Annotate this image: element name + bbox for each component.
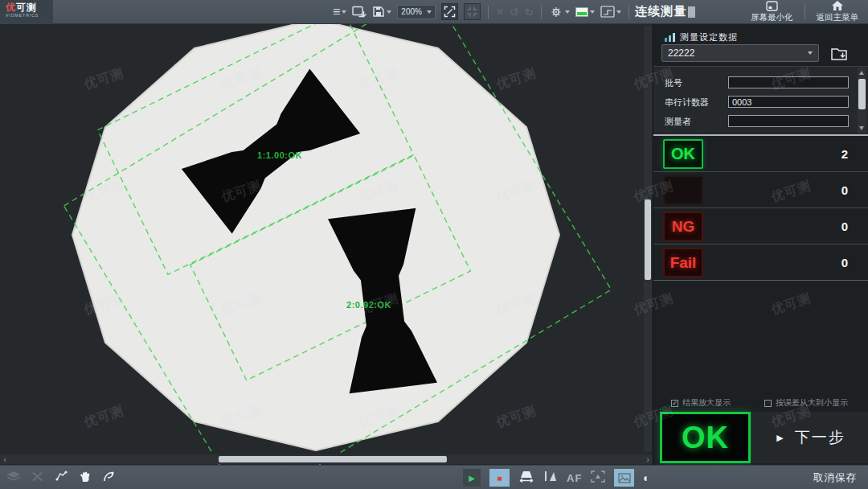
scale-ratio-button[interactable] — [600, 3, 621, 21]
text-cursor — [688, 6, 695, 18]
ng-status-badge: NG — [663, 212, 703, 241]
lasso-tool-button[interactable] — [102, 471, 115, 486]
chevron-down-icon — [427, 10, 432, 14]
home-icon — [831, 0, 844, 11]
vertical-scrollbar-thumb[interactable] — [645, 199, 651, 280]
menu-button[interactable]: ≡ — [333, 3, 346, 21]
minimize-screen-label: 屏幕最小化 — [751, 12, 793, 23]
measurement-panel: 测量设定数据 22222 批号 串行计数器 测量者 — [653, 24, 868, 465]
ng-count-value: 0 — [841, 220, 848, 233]
measure-result-label-1: 1:1.00:OK — [257, 150, 302, 160]
scale-ratio-icon — [600, 6, 615, 18]
vertical-scrollbar[interactable] — [644, 26, 652, 452]
save-button[interactable] — [372, 3, 391, 21]
zoom-level-value: 200% — [401, 7, 422, 16]
zoom-result-checkbox-label: 结果放大显示 — [682, 397, 731, 409]
ok-status-badge: OK — [663, 139, 703, 169]
form-scrollbar-thumb[interactable] — [858, 79, 866, 109]
batch-number-input[interactable] — [728, 76, 849, 88]
illumination-button[interactable] — [549, 3, 570, 21]
chevron-down-icon — [808, 51, 813, 55]
fail-status-badge: Fail — [663, 248, 703, 277]
blank-count-value: 0 — [841, 183, 848, 197]
display-mode-button[interactable] — [575, 3, 595, 21]
layers-icon — [6, 471, 21, 482]
form-row-serial: 串行计数器 — [653, 94, 868, 110]
zoom-result-checkbox[interactable]: ✓ 结果放大显示 — [671, 397, 731, 409]
scroll-down-arrow-icon[interactable] — [859, 126, 864, 130]
operator-input[interactable] — [728, 115, 849, 127]
minimize-screen-button[interactable]: 屏幕最小化 — [751, 1, 793, 23]
image-overlay-icon — [618, 473, 631, 483]
overall-result-ok-button[interactable]: OK — [660, 412, 751, 463]
topbar-right-actions: 屏幕最小化 返回主菜单 — [751, 0, 868, 23]
checkbox-icon[interactable]: ✓ — [671, 400, 678, 407]
chevron-down-icon — [387, 10, 391, 14]
illumination-icon — [549, 6, 563, 18]
hand-tool-button[interactable] — [79, 471, 92, 486]
mode-title: 连续测量 — [635, 4, 686, 19]
toolbar-separator — [541, 6, 542, 18]
program-select-value: 22222 — [668, 47, 694, 59]
chevron-down-icon — [565, 10, 570, 14]
auto-focus-button[interactable]: AF — [567, 472, 582, 484]
scroll-left-arrow-icon[interactable]: ‹ — [0, 454, 10, 464]
ok-count-value: 2 — [841, 147, 848, 161]
chevron-down-icon — [590, 10, 595, 14]
image-overlay-button[interactable] — [614, 469, 634, 487]
scroll-right-arrow-icon[interactable]: › — [643, 454, 653, 464]
form-row-operator: 测量者 — [653, 113, 868, 129]
horizontal-scrollbar-thumb[interactable] — [219, 456, 447, 462]
top-toolbar: 优可测 VIOMETRICS ≡ — [0, 0, 868, 24]
cut-cross-icon — [31, 471, 43, 482]
sort-by-error-checkbox[interactable]: 按误差从大到小显示 — [764, 397, 848, 409]
scroll-up-arrow-icon[interactable] — [859, 71, 864, 75]
play-icon: ▶ — [469, 474, 475, 483]
panel-header-title: 测量设定数据 — [680, 31, 738, 43]
edge-detect-button[interactable] — [518, 470, 534, 486]
open-program-button[interactable] — [827, 44, 851, 62]
redo-icon: ↻ — [524, 6, 534, 18]
app-logo-title: 优可测 — [6, 2, 53, 13]
serial-counter-label: 串行计数器 — [665, 97, 709, 109]
hamburger-icon: ≡ — [333, 6, 340, 18]
counter-row-blank: 0 — [653, 172, 868, 208]
cut-tool-button[interactable] — [31, 471, 43, 485]
capture-window-icon — [352, 6, 366, 18]
auto-trace-tool-button[interactable] — [54, 471, 68, 485]
undo-button[interactable]: ↺ — [510, 3, 519, 21]
auto-focus-region-button[interactable] — [591, 471, 605, 486]
capture-image-button[interactable] — [352, 3, 366, 21]
counter-row-fail: Fail 0 — [653, 244, 868, 281]
layers-tool-button[interactable] — [6, 471, 21, 485]
height-measure-button[interactable] — [543, 471, 558, 485]
app-window: 优可测 VIOMETRICS ≡ — [0, 0, 868, 489]
toolbar-separator — [488, 6, 489, 18]
stop-measure-button[interactable]: ■ — [489, 469, 510, 487]
toolbar-buttons: ≡ 200% — [333, 0, 631, 24]
program-select[interactable]: 22222 — [661, 44, 819, 62]
operator-label: 测量者 — [665, 116, 691, 128]
cancel-save-button[interactable]: 取消保存 — [813, 471, 857, 485]
redo-button[interactable]: ↻ — [524, 3, 534, 21]
next-step-button[interactable]: ▶ 下一步 — [753, 412, 868, 463]
next-step-label: 下一步 — [795, 427, 845, 448]
fullscreen-button[interactable] — [441, 3, 458, 20]
close-button[interactable]: × — [496, 3, 503, 21]
return-main-menu-button[interactable]: 返回主菜单 — [817, 0, 859, 23]
camera-viewport[interactable]: 1:1.00:OK 2:0.92:OK ‹ › — [0, 24, 653, 465]
brightness-contrast-button[interactable]: ◐ — [643, 471, 649, 484]
toolbar-separator — [628, 6, 629, 18]
play-triangle-icon: ▶ — [776, 433, 783, 443]
return-main-menu-label: 返回主菜单 — [817, 12, 859, 23]
start-measure-button[interactable]: ▶ — [463, 469, 481, 487]
exit-fullscreen-button[interactable] — [464, 3, 481, 20]
horizontal-scrollbar[interactable]: ‹ › — [0, 454, 653, 464]
chevron-down-icon — [616, 10, 621, 14]
sort-by-error-checkbox-label: 按误差从大到小显示 — [776, 397, 848, 409]
zoom-level-select[interactable]: 200% — [397, 5, 436, 19]
form-scrollbar[interactable] — [858, 68, 866, 134]
serial-counter-input[interactable] — [728, 96, 849, 108]
app-logo: 优可测 VIOMETRICS — [0, 0, 53, 24]
checkbox-icon[interactable] — [764, 400, 772, 407]
